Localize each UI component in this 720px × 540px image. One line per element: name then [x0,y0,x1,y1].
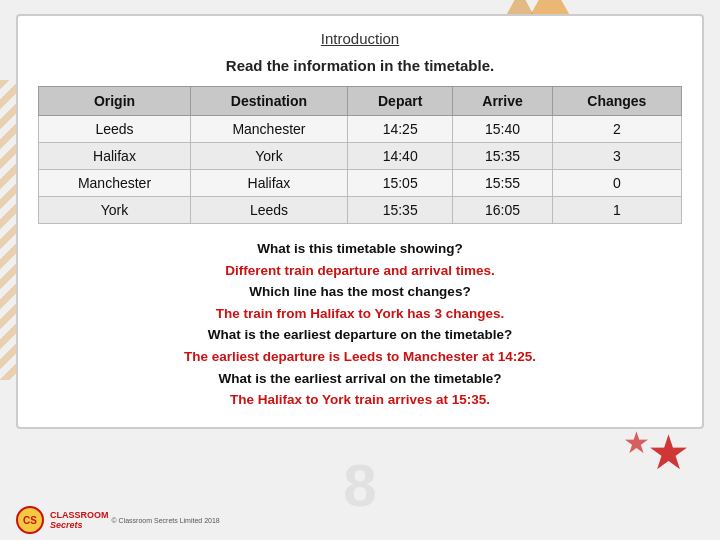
cell-r3-c1: Leeds [190,197,347,224]
cell-r0-c1: Manchester [190,116,347,143]
header-row: Origin Destination Depart Arrive Changes [39,87,682,116]
cell-r3-c0: York [39,197,191,224]
question-6: What is the earliest arrival on the time… [38,368,682,390]
page-title: Introduction [38,30,682,47]
cell-r2-c1: Halifax [190,170,347,197]
instruction-text: Read the information in the timetable. [38,57,682,74]
col-header-origin: Origin [39,87,191,116]
table-row: HalifaxYork14:4015:353 [39,143,682,170]
cell-r1-c3: 15:35 [453,143,552,170]
logo-classroom-text: CLASSROOM [50,510,109,520]
table-row: LeedsManchester14:2515:402 [39,116,682,143]
question-7: The Halifax to York train arrives at 15:… [38,389,682,411]
background-number: 8 [343,451,376,520]
cell-r3-c3: 16:05 [453,197,552,224]
cell-r0-c3: 15:40 [453,116,552,143]
question-0: What is this timetable showing? [38,238,682,260]
cell-r0-c2: 14:25 [347,116,453,143]
cell-r2-c3: 15:55 [453,170,552,197]
questions-block: What is this timetable showing?Different… [38,238,682,411]
star-decoration-1: ★ [647,424,690,480]
cell-r0-c0: Leeds [39,116,191,143]
main-card: Introduction Read the information in the… [16,14,704,429]
star-decoration-2: ★ [623,425,650,460]
timetable: Origin Destination Depart Arrive Changes… [38,86,682,224]
question-5: The earliest departure is Leeds to Manch… [38,346,682,368]
cell-r1-c2: 14:40 [347,143,453,170]
cell-r2-c4: 0 [552,170,681,197]
logo-secrets-text: Secrets [50,520,109,530]
cell-r2-c2: 15:05 [347,170,453,197]
footer: CS CLASSROOM Secrets © Classroom Secrets… [16,506,220,534]
cell-r2-c0: Manchester [39,170,191,197]
cell-r1-c0: Halifax [39,143,191,170]
col-header-changes: Changes [552,87,681,116]
footer-copyright: © Classroom Secrets Limited 2018 [112,517,220,524]
question-4: What is the earliest departure on the ti… [38,324,682,346]
question-1: Different train departure and arrival ti… [38,260,682,282]
logo-icon: CS [16,506,44,534]
question-2: Which line has the most changes? [38,281,682,303]
cell-r0-c4: 2 [552,116,681,143]
question-3: The train from Halifax to York has 3 cha… [38,303,682,325]
cell-r3-c2: 15:35 [347,197,453,224]
col-header-destination: Destination [190,87,347,116]
cell-r1-c1: York [190,143,347,170]
cell-r1-c4: 3 [552,143,681,170]
col-header-depart: Depart [347,87,453,116]
table-body: LeedsManchester14:2515:402HalifaxYork14:… [39,116,682,224]
cell-r3-c4: 1 [552,197,681,224]
table-header: Origin Destination Depart Arrive Changes [39,87,682,116]
col-header-arrive: Arrive [453,87,552,116]
table-row: YorkLeeds15:3516:051 [39,197,682,224]
table-row: ManchesterHalifax15:0515:550 [39,170,682,197]
footer-logo: CLASSROOM Secrets © Classroom Secrets Li… [50,510,220,530]
